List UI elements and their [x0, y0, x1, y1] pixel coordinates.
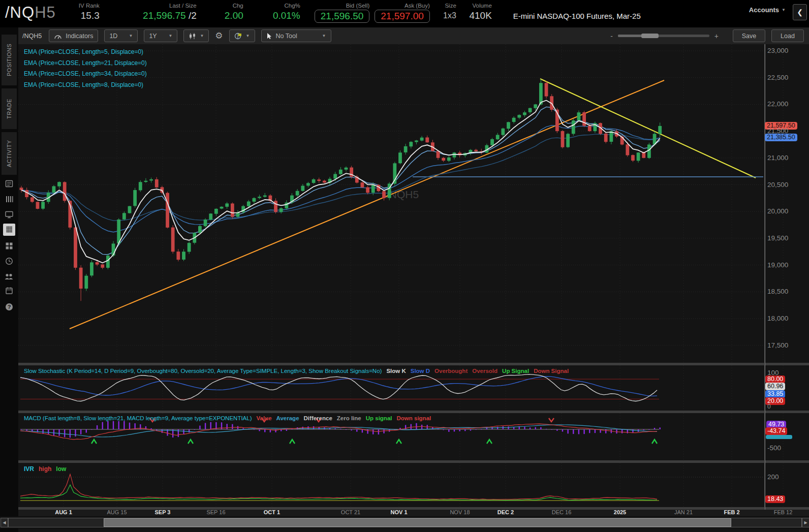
time-axis-label: AUG 15 [107, 509, 127, 515]
ivr-value-badge: 18.43 [765, 495, 785, 503]
ema-study-label: EMA (Price=CLOSE, Length=5, Displace=0) [24, 47, 147, 58]
chart-toolbar: /NQH5 Indicators 1D▼ 1Y▼ ▼ ⚙ ▼ No Tool ▼… [18, 27, 809, 45]
stoch-k-badge: 60.96 [765, 383, 785, 390]
scrollbar-track[interactable] [8, 518, 802, 527]
quote-header: /NQH5 IV Rank 15.3 Last / Size 21,596.75… [0, 0, 809, 27]
chart-settings-gear-icon[interactable]: ⚙ [215, 30, 223, 41]
chevron-down-icon: ▼ [200, 34, 204, 38]
legend-item: Overbought [434, 368, 468, 374]
time-axis-label: JAN 21 [674, 509, 693, 515]
time-axis-label: SEP 3 [155, 509, 171, 515]
price-axis-tick: 18,000 [767, 315, 788, 322]
history-icon[interactable] [3, 255, 15, 267]
contract-description: E-mini NASDAQ-100 Futures, Mar-25 [513, 12, 641, 20]
price-axis-tick: 23,000 [767, 47, 788, 54]
scroll-right-arrow[interactable]: ▶ [802, 518, 809, 527]
chevron-down-icon: ▼ [782, 8, 786, 12]
chart-scrollbar[interactable]: ◀ ▶ [0, 516, 809, 528]
iv-rank-field: IV Rank 15.3 [63, 0, 100, 22]
bid-field: Bid (Sell) 21,596.50 [315, 0, 370, 23]
zoom-slider-thumb[interactable] [641, 34, 659, 38]
monitor-icon[interactable] [3, 208, 15, 221]
left-sidebar: POSITIONS TRADE ACTIVITY ? [0, 27, 18, 532]
ema-study-label: EMA (Price=CLOSE, Length=8, Displace=0) [24, 80, 147, 91]
time-axis-label: NOV 1 [390, 509, 407, 515]
price-axis-tick: 19,000 [767, 261, 788, 269]
column-list-icon[interactable] [3, 193, 15, 205]
legend-item: Value [257, 415, 272, 421]
legend-item: Up Signal [502, 368, 529, 374]
candlestick-icon [189, 33, 196, 40]
change-pct-field: Chg% 0.01% [260, 0, 300, 22]
price-axis-tick: 21,000 [767, 154, 788, 162]
macd-study-title: MACD (Fast length=8, Slow length=21, MAC… [24, 415, 431, 421]
price-axis-tick: 20,500 [767, 181, 788, 189]
sidebar-tab-positions[interactable]: POSITIONS [2, 35, 17, 85]
price-axis-tick: 18,500 [767, 288, 788, 295]
zoom-in-button[interactable]: + [714, 32, 719, 40]
legend-item: high [39, 465, 51, 473]
time-axis-label: DEC 2 [497, 509, 514, 515]
time-axis-label: SEP 16 [206, 509, 225, 515]
help-icon[interactable]: ? [3, 301, 15, 313]
chevron-down-icon: ▼ [168, 34, 172, 38]
drawing-tools-dropdown[interactable]: ▼ [229, 29, 255, 42]
price-axis-tick: 17,500 [767, 341, 788, 349]
chevron-down-icon: ▼ [322, 34, 326, 38]
calendar-icon[interactable] [3, 285, 15, 297]
scroll-left-arrow[interactable]: ◀ [1, 518, 8, 527]
active-tool-dropdown[interactable]: No Tool ▼ [261, 29, 331, 42]
range-dropdown[interactable]: 1Y▼ [144, 29, 177, 42]
accounts-menu[interactable]: Accounts▼ [749, 6, 786, 14]
volume-field: Volume 410K [465, 0, 492, 22]
legend-item: Average [276, 415, 299, 421]
ema-study-label: EMA (Price=CLOSE, Length=34, Displace=0) [24, 69, 147, 80]
scrollbar-thumb[interactable] [104, 518, 731, 527]
price-candlestick-pane[interactable]: /NQH5 [18, 44, 809, 363]
price-axis-border [765, 44, 765, 510]
trading-platform-window: /NQH5 IV Rank 15.3 Last / Size 21,596.75… [0, 0, 809, 532]
time-axis-label: NOV 18 [450, 509, 470, 515]
chevron-down-icon: ▼ [129, 34, 133, 38]
size-field: Size 1x3 [438, 0, 456, 22]
svg-text:?: ? [8, 304, 11, 310]
chart-grid-icon[interactable] [3, 224, 15, 236]
ema-value-badge: 21,385.50 [765, 134, 797, 141]
symbol-title: /NQH5 [5, 0, 56, 25]
load-button[interactable]: Load [771, 29, 804, 42]
bid-button[interactable]: 21,596.50 [315, 10, 370, 23]
legend-item: Slow D [411, 368, 430, 374]
chevron-left-icon: ❮ [797, 8, 803, 16]
time-axis-label: OCT 1 [264, 509, 280, 515]
timeframe-dropdown[interactable]: 1D▼ [104, 29, 138, 42]
stoch-axis-0: 0 [767, 403, 771, 410]
collapse-panel-button[interactable]: ❮ [793, 4, 807, 20]
chart-style-dropdown[interactable]: ▼ [183, 29, 209, 42]
change-field: Chg 2.00 [212, 0, 243, 22]
ivr-pane[interactable] [18, 463, 809, 507]
save-button[interactable]: Save [733, 29, 765, 42]
zoom-out-button[interactable]: - [610, 32, 613, 40]
ask-field: Ask (Buy) 21,597.00 [375, 0, 430, 23]
ivr-study-title: IVRhighlow [24, 465, 66, 473]
drawing-set-icon [234, 33, 242, 40]
legend-item: Zero line [337, 415, 361, 421]
people-icon[interactable] [3, 270, 15, 283]
legend-item: Down signal [397, 415, 431, 421]
stoch-overbought-badge: 80.00 [765, 375, 785, 383]
zoom-slider[interactable] [618, 35, 709, 37]
ask-button[interactable]: 21,597.00 [375, 10, 430, 23]
stochastic-study-title: Slow Stochastic (K Period=14, D Period=9… [24, 368, 569, 374]
tiles-icon[interactable] [3, 240, 15, 252]
sidebar-tab-activity[interactable]: ACTIVITY [2, 132, 17, 175]
time-axis-label: FEB 12 [774, 509, 793, 515]
price-axis-tick: 21,500 [767, 127, 788, 135]
ledger-icon[interactable] [3, 178, 15, 190]
stoch-d-badge: 33.85 [765, 390, 785, 398]
indicators-button[interactable]: Indicators [49, 29, 98, 42]
price-axis-tick: 19,500 [767, 234, 788, 242]
gauge-icon [54, 33, 62, 40]
sidebar-tab-trade[interactable]: TRADE [2, 88, 17, 129]
price-axis-tick: 20,000 [767, 207, 788, 215]
time-axis-label: DEC 16 [552, 509, 572, 515]
